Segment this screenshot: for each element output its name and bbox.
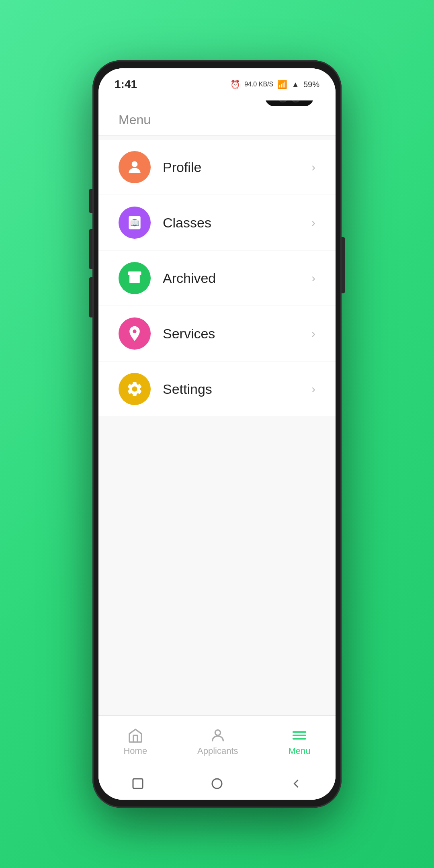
side-button-power <box>342 237 345 293</box>
applicants-nav-label: Applicants <box>197 746 238 756</box>
wifi-icon: 📶 <box>277 80 287 89</box>
status-bar: 1:41 ⏰ 94.0 KB/S 📶 ▲ 59% <box>98 68 336 100</box>
phone-frame: 1:41 ⏰ 94.0 KB/S 📶 ▲ 59% Menu <box>92 60 342 808</box>
home-icon <box>127 727 143 743</box>
alarm-icon: ⏰ <box>230 80 240 89</box>
status-icons: ⏰ 94.0 KB/S 📶 ▲ 59% <box>230 80 319 89</box>
side-button-vol-up <box>89 229 92 269</box>
services-label: Services <box>163 326 311 342</box>
svg-text:📖: 📖 <box>130 219 139 227</box>
svg-point-13 <box>212 779 222 788</box>
nav-item-applicants[interactable]: Applicants <box>181 723 254 760</box>
gear-icon <box>126 380 143 398</box>
services-chevron: › <box>311 327 315 340</box>
archive-icon <box>126 269 143 287</box>
page-title: Menu <box>119 113 151 127</box>
settings-icon-wrap <box>119 373 151 405</box>
android-recent-button[interactable] <box>128 774 148 794</box>
menu-item-archived[interactable]: Archived › <box>98 251 336 305</box>
book-icon: 📖 <box>126 214 143 231</box>
svg-point-8 <box>215 730 220 735</box>
android-home-button[interactable] <box>207 774 227 794</box>
side-button-vol-down <box>89 277 92 317</box>
svg-rect-7 <box>128 272 141 275</box>
profile-label: Profile <box>163 160 311 175</box>
service-icon <box>126 325 143 342</box>
classes-chevron: › <box>311 216 315 229</box>
side-button-mute <box>89 189 92 213</box>
phone-screen: 1:41 ⏰ 94.0 KB/S 📶 ▲ 59% Menu <box>98 68 336 800</box>
nav-item-home[interactable]: Home <box>107 723 163 760</box>
empty-space <box>98 417 336 658</box>
svg-rect-12 <box>133 779 143 788</box>
settings-label: Settings <box>163 381 311 397</box>
person-icon <box>126 158 143 176</box>
applicants-icon <box>210 727 226 743</box>
network-speed: 94.0 KB/S <box>244 81 273 88</box>
app-content: Menu Profile › <box>98 100 336 800</box>
settings-chevron: › <box>311 382 315 396</box>
battery-indicator: 59% <box>303 80 319 89</box>
profile-icon-wrap <box>119 151 151 183</box>
android-nav-bar <box>98 768 336 800</box>
services-icon-wrap <box>119 317 151 350</box>
menu-nav-label: Menu <box>288 746 310 756</box>
classes-icon-wrap: 📖 <box>119 207 151 239</box>
menu-item-classes[interactable]: 📖 Classes › <box>98 195 336 250</box>
bottom-nav: Home Applicants <box>98 715 336 768</box>
menu-item-services[interactable]: Services › <box>98 306 336 361</box>
archived-label: Archived <box>163 270 311 286</box>
profile-chevron: › <box>311 160 315 174</box>
android-back-button[interactable] <box>286 774 306 794</box>
signal-icon: ▲ <box>291 80 299 89</box>
menu-icon <box>291 727 307 743</box>
menu-list: Profile › 📖 Cl <box>98 136 336 715</box>
menu-item-settings[interactable]: Settings › <box>98 362 336 416</box>
archived-icon-wrap <box>119 262 151 294</box>
svg-point-0 <box>132 161 138 167</box>
nav-item-menu[interactable]: Menu <box>272 723 326 760</box>
home-nav-label: Home <box>123 746 147 756</box>
archived-chevron: › <box>311 271 315 285</box>
classes-label: Classes <box>163 215 311 231</box>
menu-item-profile[interactable]: Profile › <box>98 140 336 194</box>
status-time: 1:41 <box>115 78 137 91</box>
